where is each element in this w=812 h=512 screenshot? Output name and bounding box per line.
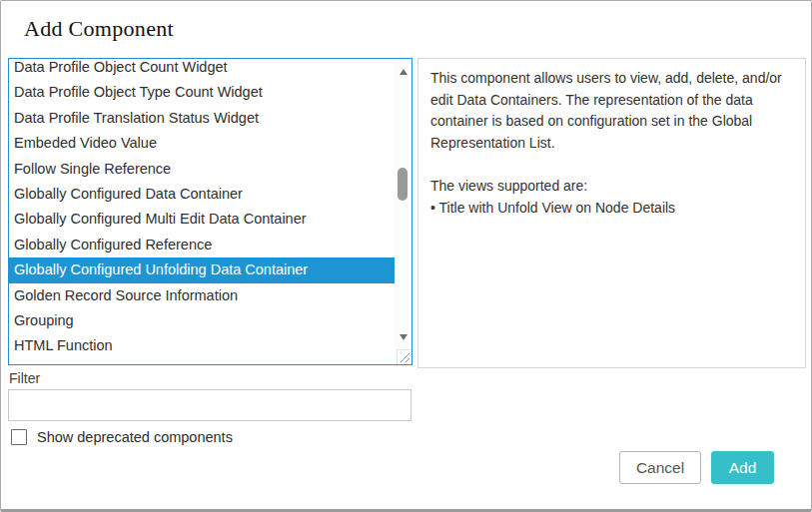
component-list-item[interactable]: Data Profile Object Count Widget xyxy=(9,59,395,80)
component-list-item[interactable]: Embeded Video Value xyxy=(9,131,395,156)
show-deprecated-label[interactable]: Show deprecated components xyxy=(37,429,233,445)
description-text: This component allows users to view, add… xyxy=(430,68,793,154)
component-list-item[interactable]: Golden Record Source Information xyxy=(9,283,395,308)
component-list-item[interactable]: Globally Configured Reference xyxy=(9,233,395,257)
component-list-item[interactable]: Data Profile Translation Status Widget xyxy=(9,106,395,131)
filter-label: Filter xyxy=(9,370,40,386)
filter-input[interactable] xyxy=(8,389,411,421)
supported-views-list: • Title with Unfold View on Node Details xyxy=(430,198,793,220)
dialog-title: Add Component xyxy=(24,16,174,42)
supported-view-item: • Title with Unfold View on Node Details xyxy=(430,198,793,220)
component-list-item[interactable]: Globally Configured Data Container xyxy=(9,182,395,207)
resize-grip-icon[interactable] xyxy=(397,349,411,364)
show-deprecated-row[interactable]: Show deprecated components xyxy=(11,429,233,445)
scroll-up-icon[interactable] xyxy=(400,69,407,75)
listbox-scrollbar[interactable] xyxy=(395,59,411,364)
component-list-item[interactable]: Headline xyxy=(9,359,395,364)
component-list-item[interactable]: HTML Function xyxy=(9,333,395,358)
component-list-viewport: Data Profile Object Count WidgetData Pro… xyxy=(9,59,395,364)
cancel-button[interactable]: Cancel xyxy=(619,451,701,484)
description-views-heading: The views supported are: xyxy=(430,176,793,198)
component-list-item[interactable]: Follow Single Reference xyxy=(9,157,395,182)
show-deprecated-checkbox[interactable] xyxy=(11,429,27,445)
component-list-item[interactable]: Data Profile Object Type Count Widget xyxy=(9,80,395,105)
component-list-item[interactable]: Globally Configured Multi Edit Data Cont… xyxy=(9,207,395,232)
component-list-item[interactable]: Grouping xyxy=(9,308,395,333)
component-list-item[interactable]: Globally Configured Unfolding Data Conta… xyxy=(9,257,395,282)
component-description-panel: This component allows users to view, add… xyxy=(417,58,806,368)
scrollbar-thumb[interactable] xyxy=(398,168,407,201)
component-listbox[interactable]: Data Profile Object Count WidgetData Pro… xyxy=(8,58,412,365)
add-component-dialog: Add Component Data Profile Object Count … xyxy=(0,0,812,512)
scroll-down-icon[interactable] xyxy=(400,334,407,340)
component-list: Data Profile Object Count WidgetData Pro… xyxy=(9,59,395,364)
add-button[interactable]: Add xyxy=(711,451,774,484)
